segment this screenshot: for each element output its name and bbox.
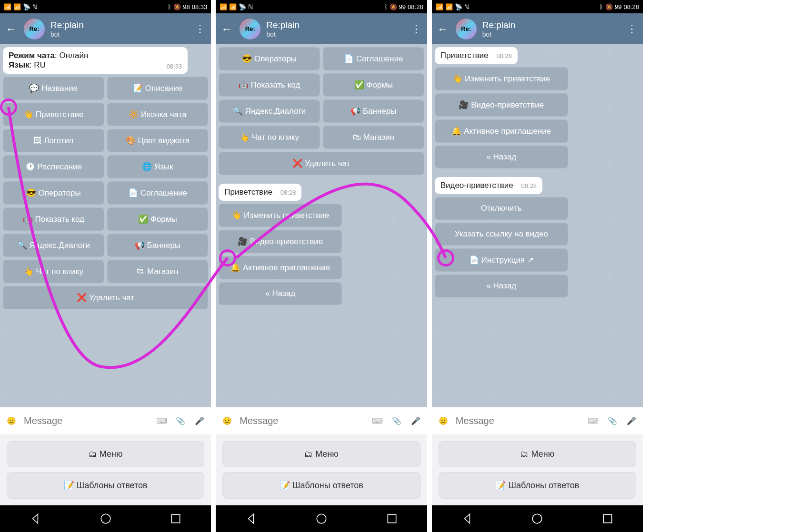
keyboard-toggle-icon[interactable]: ⌨ <box>155 414 168 428</box>
message-input[interactable] <box>24 415 149 426</box>
nfc-icon: ℕ <box>248 3 253 10</box>
kb-chat-po-kliku[interactable]: 👆 Чат по клику <box>3 260 104 283</box>
kb-nazad[interactable]: « Назад <box>435 146 568 168</box>
status-bar: 📶 📶 📡 ℕ ᛒ 🔕 99 08:28 <box>432 0 643 13</box>
kb-izmenit-privetstvie[interactable]: 👋 Изменить приветствие <box>219 204 342 227</box>
svg-rect-3 <box>388 514 396 522</box>
keyboard-toggle-icon[interactable]: ⌨ <box>587 414 600 428</box>
svg-point-2 <box>317 514 326 523</box>
kb-ikonka[interactable]: 🔆 Иконка чата <box>107 103 209 126</box>
chat-title-area[interactable]: Re:plain bot <box>50 20 187 38</box>
kb-izmenit-privetstvie[interactable]: 👋 Изменить приветствие <box>435 67 568 90</box>
avatar[interactable]: Re: <box>24 19 45 39</box>
kb-formy[interactable]: ✅ Формы <box>107 207 209 231</box>
kb-magazin[interactable]: 🛍 Магазин <box>107 260 209 283</box>
attach-icon[interactable]: 📎 <box>174 414 187 428</box>
kb-nazad[interactable]: « Назад <box>435 275 568 297</box>
kb-pokazat-kod[interactable]: 🤖 Показать код <box>3 207 104 231</box>
reply-panel: 🗂 Меню 📝 Шаблоны ответов <box>216 434 427 505</box>
kb-magazin[interactable]: 🛍 Магазин <box>323 126 424 149</box>
message-input[interactable] <box>456 415 581 426</box>
kb-chat-po-kliku[interactable]: 👆 Чат по клику <box>219 126 320 149</box>
mute-icon: 🔕 <box>605 3 613 10</box>
nav-recent-icon[interactable] <box>170 512 182 525</box>
kb-aktivnoe-priglashenie[interactable]: 🔔 Активное приглашение <box>435 119 568 143</box>
sticker-icon[interactable]: 😐 <box>220 414 234 428</box>
android-nav-bar <box>216 505 427 532</box>
signal-icon: 📶 <box>4 3 11 10</box>
attach-icon[interactable]: 📎 <box>390 414 403 428</box>
nav-back-icon[interactable] <box>461 512 473 525</box>
mic-icon[interactable]: 🎤 <box>409 414 422 428</box>
kb-nazad[interactable]: « Назад <box>219 282 342 305</box>
overflow-menu-button[interactable]: ⋮ <box>409 22 423 36</box>
kb-nazvanie[interactable]: 💬 Название <box>3 77 104 100</box>
back-button[interactable]: ← <box>220 22 234 36</box>
templates-button[interactable]: 📝 Шаблоны ответов <box>222 472 420 499</box>
kb-opisanie[interactable]: 📝 Описание <box>107 77 209 100</box>
nav-back-icon[interactable] <box>245 512 257 525</box>
kb-raspisanie[interactable]: 🕐 Расписание <box>3 155 104 178</box>
sticker-icon[interactable]: 😐 <box>5 414 18 428</box>
nav-recent-icon[interactable] <box>386 512 398 525</box>
templates-button[interactable]: 📝 Шаблоны ответов <box>439 472 636 499</box>
kb-yandex-dialogi[interactable]: 🔍 Яндекс.Диалоги <box>3 234 104 257</box>
kb-yazyk[interactable]: 🌐 Язык <box>107 155 209 178</box>
nav-recent-icon[interactable] <box>601 512 614 525</box>
menu-button[interactable]: 🗂 Меню <box>7 441 204 467</box>
svg-point-0 <box>101 514 110 523</box>
avatar[interactable]: Re: <box>240 19 260 39</box>
chat-title-area[interactable]: Re:plain bot <box>266 20 403 38</box>
message-input[interactable] <box>240 415 365 426</box>
kb-soglashenie[interactable]: 📄 Соглашение <box>323 47 424 70</box>
avatar[interactable]: Re: <box>456 19 477 39</box>
kb-ukazat-ssylku[interactable]: Указать ссылку на видео <box>435 223 568 246</box>
mic-icon[interactable]: 🎤 <box>193 414 206 428</box>
message-input-bar: 😐 ⌨ 📎 🎤 <box>216 407 427 434</box>
sticker-icon[interactable]: 😐 <box>437 414 450 428</box>
kb-aktivnoe-priglashenie[interactable]: 🔔 Активное приглашение <box>219 256 342 279</box>
kb-video-privetstvie[interactable]: 🎥 Видео-приветствие <box>219 230 342 253</box>
annotation-ring <box>0 99 17 116</box>
overflow-menu-button[interactable]: ⋮ <box>625 22 639 36</box>
wifi-icon: 📡 <box>239 3 246 10</box>
kb-soglashenie[interactable]: 📄 Соглашение <box>107 181 209 205</box>
kb-operatory[interactable]: 😎 Операторы <box>219 47 320 70</box>
kb-instrukciya[interactable]: 📄 Инструкция ↗ <box>435 248 568 272</box>
attach-icon[interactable]: 📎 <box>606 414 619 428</box>
back-button[interactable]: ← <box>436 22 450 36</box>
reply-panel: 🗂 Меню 📝 Шаблоны ответов <box>0 434 211 505</box>
kb-video-privetstvie[interactable]: 🎥 Видео-приветствие <box>435 93 568 117</box>
menu-button[interactable]: 🗂 Меню <box>222 441 420 467</box>
chat-title: Re:plain <box>482 20 619 30</box>
nav-home-icon[interactable] <box>531 512 543 525</box>
keyboard-toggle-icon[interactable]: ⌨ <box>371 414 384 428</box>
chat-title-area[interactable]: Re:plain bot <box>482 20 619 38</box>
nfc-icon: ℕ <box>32 3 37 10</box>
kb-bannery[interactable]: 📢 Баннеры <box>107 234 209 257</box>
kb-bannery[interactable]: 📢 Баннеры <box>323 99 424 123</box>
kb-logotip[interactable]: 🖼 Логотип <box>3 129 104 152</box>
kb-formy[interactable]: ✅ Формы <box>323 73 424 97</box>
kb-udalit-chat[interactable]: ❌ Удалить чат <box>219 152 424 175</box>
nav-home-icon[interactable] <box>315 512 328 525</box>
mic-icon[interactable]: 🎤 <box>625 414 638 428</box>
kb-pokazat-kod[interactable]: 🤖 Показать код <box>219 73 320 97</box>
back-button[interactable]: ← <box>4 22 18 36</box>
nav-home-icon[interactable] <box>100 512 112 525</box>
kb-yandex-dialogi[interactable]: 🔍 Яндекс.Диалоги <box>219 99 320 123</box>
kb-otkluchit[interactable]: Отключить <box>435 197 568 220</box>
battery-level: 98 <box>183 3 190 10</box>
templates-button[interactable]: 📝 Шаблоны ответов <box>7 472 204 499</box>
kb-operatory[interactable]: 😎 Операторы <box>3 181 104 205</box>
android-nav-bar <box>432 505 643 532</box>
svg-point-4 <box>533 514 542 523</box>
inline-keyboard-sub: 👋 Изменить приветствие 🎥 Видео-приветств… <box>219 204 424 305</box>
nav-back-icon[interactable] <box>29 512 41 525</box>
overflow-menu-button[interactable]: ⋮ <box>193 22 207 36</box>
kb-privetstvie[interactable]: 👋 Приветствие <box>3 103 104 126</box>
menu-button[interactable]: 🗂 Меню <box>439 441 636 467</box>
chat-body: 😎 Операторы 📄 Соглашение 🤖 Показать код … <box>216 44 427 407</box>
kb-udalit-chat[interactable]: ❌ Удалить чат <box>3 286 208 309</box>
kb-tsvet[interactable]: 🎨 Цвет виджета <box>107 129 209 152</box>
